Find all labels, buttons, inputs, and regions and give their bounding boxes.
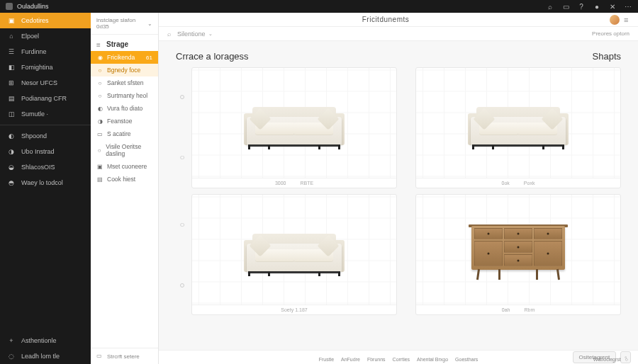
nav-label: Podianang CFR xyxy=(21,95,67,102)
footer-toggle[interactable]: ○ xyxy=(625,357,628,362)
footer-link[interactable]: AnFudre xyxy=(341,357,360,362)
list-item[interactable]: ▤Cook hiest xyxy=(91,173,158,186)
product-grid: O 3000RBTE 0okPoxk O Soety 1.187 xyxy=(176,67,621,315)
section-icon: ≡ xyxy=(96,41,103,48)
hamburger-icon[interactable]: ≡ xyxy=(624,16,631,24)
sidebar-item[interactable]: ⌂Elpoel xyxy=(0,28,91,44)
footer: FrustleAnFudreFbrunnsCorrtiesAhental Brx… xyxy=(159,354,638,364)
nav-label: Ubo Instrad xyxy=(21,148,55,155)
sofa-image xyxy=(241,223,347,276)
nav-icon: ⊞ xyxy=(7,79,16,87)
item-label: Cook hiest xyxy=(107,176,135,183)
nav-label: Cedotires xyxy=(21,17,49,24)
help-icon[interactable]: ? xyxy=(577,2,586,11)
footer-link[interactable]: Corrties xyxy=(393,357,410,362)
nav-icon: ◫ xyxy=(7,110,16,118)
item-label: S acatire xyxy=(107,130,131,137)
grid-marker: O xyxy=(176,194,189,315)
search-icon[interactable]: ⌕ xyxy=(546,2,554,11)
nav-label: Furdinne xyxy=(21,48,47,55)
product-card[interactable]: 0okPoxk xyxy=(415,67,621,188)
list-item[interactable]: ◐Vura fto diato xyxy=(91,102,158,115)
sidebar-item[interactable]: ◑Ubo Instrad xyxy=(0,144,91,159)
footer-link[interactable]: Fbrunns xyxy=(367,357,386,362)
secondary-header: lnstclage slafon 0d35⌄ xyxy=(91,13,158,35)
product-card[interactable]: 3000RBTE xyxy=(191,67,397,188)
secondary-footer[interactable]: ▭ Strcrft setere xyxy=(91,348,158,364)
nav-icon: ▣ xyxy=(7,16,16,25)
product-card[interactable]: Soety 1.187 xyxy=(191,194,397,315)
grid-marker xyxy=(400,194,413,315)
sidebar-item[interactable]: ▣Cedotires xyxy=(0,13,91,28)
sofa-image xyxy=(241,96,347,149)
item-icon: ○ xyxy=(96,147,102,154)
list-item[interactable]: ◑Feanstoe xyxy=(91,115,158,127)
nav-icon: ▤ xyxy=(7,94,16,103)
sidebar-item[interactable]: ◐Shpoond xyxy=(0,128,91,144)
nav-icon: ◐ xyxy=(7,132,16,140)
footer-link[interactable]: Goesthars xyxy=(455,357,478,362)
sidebar-item[interactable]: ⊞Nesor UFCS xyxy=(0,75,91,91)
panel-icon[interactable]: ▭ xyxy=(561,2,570,11)
product-card[interactable]: 0ahRbm xyxy=(415,194,621,315)
sidebar-item[interactable]: ☰Furdinne xyxy=(0,44,91,59)
list-item[interactable]: ▣Mset cuoneere xyxy=(91,160,158,173)
sidebar-item[interactable]: ◧Fomightina xyxy=(0,59,91,75)
nav-icon: ◑ xyxy=(7,147,16,156)
topbar: Ouladullins ⌕ ▭ ? ● ✕ ⋯ xyxy=(0,0,638,13)
chevron-down-icon: ⌄ xyxy=(208,31,213,37)
item-label: Sanket sfsten xyxy=(107,79,144,86)
user-avatar[interactable] xyxy=(610,15,620,25)
secondary-sidebar: lnstclage slafon 0d35⌄ ≡ Strage ◉Fricike… xyxy=(91,13,159,364)
content-area: Crrace a loragess Shapts O 3000RBTE 0okP… xyxy=(159,41,638,350)
primary-sidebar: ▣Cedotires⌂Elpoel☰Furdinne◧Fomightina⊞Ne… xyxy=(0,13,91,364)
list-item[interactable]: ○Visile Oeritse dasling xyxy=(91,140,158,160)
item-icon: ◐ xyxy=(96,105,103,112)
sidebar-item[interactable]: ◒ShlacosOIS xyxy=(0,159,91,175)
item-icon: ▭ xyxy=(96,130,103,137)
nav-icon: ☰ xyxy=(7,47,16,56)
search-icon: ⌕ xyxy=(167,30,174,38)
item-icon: ◑ xyxy=(96,118,103,125)
content-title: Crrace a loragess xyxy=(176,51,249,62)
options-link[interactable]: Preores optorn xyxy=(592,30,629,37)
sofa-image xyxy=(465,96,571,149)
sidebar-item[interactable]: ◌Leadh lom tle xyxy=(0,348,91,364)
item-icon: ○ xyxy=(96,92,103,99)
sidebar-item[interactable]: ◓Waey lo todcol xyxy=(0,175,91,190)
search-dropdown[interactable]: ⌕ Silentione ⌄ xyxy=(167,30,213,38)
footer-icon: ▭ xyxy=(96,353,103,360)
main-header: Fricitdunemts ≡ xyxy=(159,13,638,27)
app-title: Ouladullins xyxy=(17,3,49,10)
main-subheader: ⌕ Silentione ⌄ Preores optorn xyxy=(159,27,638,41)
sidebar-item[interactable]: ▤Podianang CFR xyxy=(0,91,91,106)
footer-link[interactable]: Ahental Brxgo xyxy=(417,357,448,362)
item-label: Surtmanty heol xyxy=(107,92,147,99)
nav-icon: ◧ xyxy=(7,63,16,72)
notification-icon[interactable]: ● xyxy=(593,2,601,11)
more-icon[interactable]: ⋯ xyxy=(624,2,632,11)
nav-label: ShlacosOIS xyxy=(21,164,55,171)
list-item[interactable]: ◉Fricikenda61 xyxy=(91,51,158,64)
list-item[interactable]: ○Sanket sfsten xyxy=(91,76,158,89)
footer-status: Wdboclegrst xyxy=(593,357,621,362)
main-title: Fricitdunemts xyxy=(166,16,605,23)
footer-link[interactable]: Frustle xyxy=(319,357,334,362)
item-label: Mset cuoneere xyxy=(107,163,147,170)
sidebar-item[interactable]: +Asthentionle xyxy=(0,333,91,348)
dresser-image xyxy=(469,220,568,280)
nav-icon: + xyxy=(7,336,16,345)
nav-label: Shpoond xyxy=(21,132,47,140)
list-item[interactable]: ○Bgnedy foce xyxy=(91,64,158,76)
chevron-down-icon[interactable]: ⌄ xyxy=(147,21,152,27)
list-item[interactable]: ○Surtmanty heol xyxy=(91,89,158,102)
item-label: Bgnedy foce xyxy=(107,67,140,74)
item-label: Visile Oeritse dasling xyxy=(106,143,152,157)
sidebar-item[interactable]: ◫Sumutle · xyxy=(0,106,91,122)
list-item[interactable]: ▭S acatire xyxy=(91,127,158,140)
nav-icon: ⌂ xyxy=(7,32,16,40)
nav-label: Leadh lom tle xyxy=(21,353,60,360)
secondary-section-title: ≡ Strage xyxy=(91,35,158,51)
close-icon[interactable]: ✕ xyxy=(608,2,617,11)
item-icon: ○ xyxy=(96,79,103,86)
